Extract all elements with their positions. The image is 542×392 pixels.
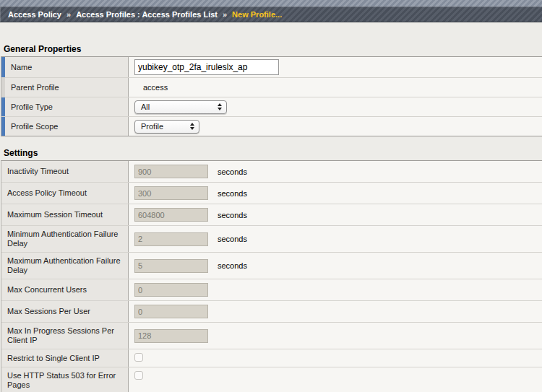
row-label-cell: Restrict to Single Client IP: [1, 349, 129, 367]
select-arrows-icon: [190, 123, 194, 130]
table-row-max-in-progress-sessions-per-client-ip: Max In Progress Sessions Per Client IP: [1, 322, 542, 349]
row-accent-bar: [1, 57, 5, 77]
row-value-cell: [129, 57, 542, 77]
row-label: Maximum Session Timeout: [7, 210, 103, 219]
arrow-down-icon: [190, 127, 194, 130]
table-row-minimum-authentication-failure-delay: Minimum Authentication Failure Delayseco…: [1, 225, 542, 252]
value-suffix: seconds: [218, 211, 247, 219]
row-label-cell: Max In Progress Sessions Per Client IP: [1, 323, 129, 349]
breadcrumb: Access Policy » Access Profiles : Access…: [0, 6, 542, 22]
row-value-cell: seconds: [129, 204, 542, 225]
row-label: Max Concurrent Users: [7, 285, 87, 295]
row-value-cell: [129, 367, 542, 392]
row-value-cell: access: [129, 78, 542, 97]
row-label: Profile Type: [11, 103, 53, 112]
row-label: Restrict to Single Client IP: [7, 354, 100, 363]
breadcrumb-item-new-profile: New Profile...: [232, 10, 282, 19]
section-title-general-properties: General Properties: [4, 44, 542, 54]
row-value-cell: seconds: [129, 253, 542, 279]
table-row-parent-profile: Parent Profileaccess: [1, 77, 542, 97]
row-label-cell: Name: [1, 57, 129, 77]
table-row-use-http-status-503-for-error-pages: Use HTTP Status 503 for Error Pages: [1, 367, 542, 392]
access-policy-timeout-input: [134, 186, 208, 200]
table-row-name: Name: [1, 57, 542, 77]
row-label: Access Policy Timeout: [7, 188, 87, 198]
row-label-cell: Parent Profile: [1, 78, 129, 97]
breadcrumb-item-access-profiles-list[interactable]: Access Profiles : Access Profiles List: [76, 10, 218, 19]
arrow-down-icon: [218, 108, 222, 110]
row-value-cell: seconds: [129, 226, 542, 252]
minimum-authentication-failure-delay-input: [134, 232, 208, 246]
row-label-cell: Max Concurrent Users: [1, 279, 129, 300]
row-accent-bar: [1, 78, 5, 97]
row-value-cell: seconds: [129, 183, 542, 204]
row-label: Use HTTP Status 503 for Error Pages: [7, 371, 124, 390]
row-label: Profile Scope: [11, 122, 58, 131]
max-in-progress-sessions-per-client-ip-input: [134, 329, 208, 343]
select-arrows-icon: [218, 103, 222, 110]
row-label: Name: [11, 63, 32, 72]
name-input[interactable]: [134, 59, 279, 75]
row-label: Minimum Authentication Failure Delay: [7, 230, 124, 248]
table-row-max-sessions-per-user: Max Sessions Per User: [1, 300, 542, 322]
table-row-profile-type: Profile TypeAll: [1, 97, 542, 116]
parent-profile-value: access: [143, 83, 168, 92]
selected-option-label: Profile: [141, 122, 163, 131]
value-suffix: seconds: [218, 235, 247, 243]
row-label: Inactivity Timeout: [7, 167, 69, 176]
value-suffix: seconds: [218, 189, 247, 198]
table-row-restrict-to-single-client-ip: Restrict to Single Client IP: [1, 349, 542, 367]
row-label-cell: Profile Scope: [1, 117, 129, 136]
profile-scope-select[interactable]: Profile: [134, 120, 199, 134]
row-accent-bar: [1, 97, 5, 116]
row-label: Maximum Authentication Failure Delay: [7, 256, 124, 275]
row-label: Max In Progress Sessions Per Client IP: [7, 326, 124, 345]
row-value-cell: All: [129, 97, 542, 116]
maximum-session-timeout-input: [134, 208, 208, 222]
value-suffix: seconds: [218, 167, 247, 176]
table-row-access-policy-timeout: Access Policy Timeoutseconds: [1, 182, 542, 204]
arrow-up-icon: [190, 123, 194, 126]
breadcrumb-separator: »: [223, 10, 227, 19]
row-value-cell: [129, 323, 542, 349]
row-label: Max Sessions Per User: [7, 307, 90, 316]
row-value-cell: [129, 349, 542, 367]
row-label-cell: Profile Type: [1, 97, 129, 116]
row-label: Parent Profile: [11, 83, 59, 92]
row-value-cell: [129, 279, 542, 300]
row-label-cell: Minimum Authentication Failure Delay: [1, 226, 129, 252]
row-label-cell: Inactivity Timeout: [1, 161, 129, 182]
row-label-cell: Max Sessions Per User: [1, 301, 129, 322]
main-content: General Properties NameParent Profileacc…: [0, 22, 542, 392]
row-label-cell: Access Policy Timeout: [1, 183, 129, 204]
section-title-settings: Settings: [4, 148, 542, 158]
breadcrumb-item-access-policy[interactable]: Access Policy: [8, 10, 61, 19]
settings-table: Inactivity TimeoutsecondsAccess Policy T…: [1, 160, 542, 392]
table-row-inactivity-timeout: Inactivity Timeoutseconds: [1, 161, 542, 182]
row-label-cell: Use HTTP Status 503 for Error Pages: [1, 367, 129, 392]
table-row-max-concurrent-users: Max Concurrent Users: [1, 279, 542, 300]
table-row-maximum-authentication-failure-delay: Maximum Authentication Failure Delayseco…: [1, 252, 542, 279]
breadcrumb-separator: »: [66, 10, 71, 19]
table-row-profile-scope: Profile ScopeProfile: [1, 116, 542, 136]
row-value-cell: [129, 301, 542, 322]
row-label-cell: Maximum Authentication Failure Delay: [1, 253, 129, 279]
value-suffix: seconds: [218, 261, 247, 270]
table-row-maximum-session-timeout: Maximum Session Timeoutseconds: [1, 204, 542, 225]
row-value-cell: seconds: [129, 161, 542, 182]
profile-type-select[interactable]: All: [134, 100, 227, 114]
use-http-status-503-for-error-pages-checkbox[interactable]: [134, 371, 143, 380]
max-concurrent-users-input: [134, 283, 208, 297]
max-sessions-per-user-input: [134, 305, 208, 318]
row-label-cell: Maximum Session Timeout: [1, 204, 129, 225]
inactivity-timeout-input: [134, 165, 208, 178]
restrict-to-single-client-ip-checkbox[interactable]: [134, 353, 143, 362]
selected-option-label: All: [141, 103, 150, 111]
maximum-authentication-failure-delay-input: [134, 259, 208, 273]
top-stripe-band: [0, 0, 542, 6]
row-accent-bar: [1, 117, 5, 136]
general-properties-table: NameParent ProfileaccessProfile TypeAllP…: [1, 56, 542, 136]
arrow-up-icon: [218, 103, 222, 106]
row-value-cell: Profile: [129, 117, 542, 136]
